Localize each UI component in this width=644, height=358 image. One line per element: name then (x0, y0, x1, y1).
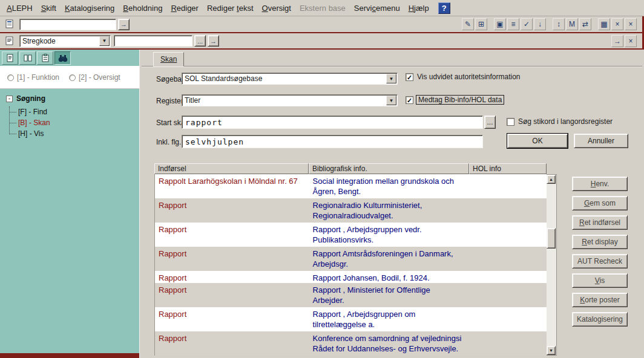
column-header-bibliografisk-info[interactable]: Bibliografisk info. (309, 163, 469, 174)
chevron-down-icon[interactable]: ▼ (386, 74, 396, 83)
binoculars-icon (58, 53, 68, 63)
column-header-indf-rsel[interactable]: Indførsel (154, 163, 309, 174)
tree-item-b-skan[interactable]: [B] - Skan (9, 117, 130, 128)
inkl-input[interactable] (182, 135, 483, 148)
entry-cell: Rappolt Lararhögskolan i Mölndal nr. 67 (155, 174, 309, 198)
record-toolbar: → ✎⊞▣≡✓↓↕M⇄▦×× (0, 16, 644, 33)
action-buttons: Henv.Gem somRet indførselRet displayAUT … (572, 50, 628, 358)
open-record-icon[interactable]: ✎ (462, 18, 474, 30)
menu-item-beholdning[interactable]: Beholdning (119, 1, 166, 15)
exit-icon[interactable]: × (625, 35, 637, 47)
sidebar-tab-items[interactable] (37, 51, 53, 65)
register-select[interactable]: Titler ▼ (182, 94, 398, 106)
aleph-catalog-window: ALEPHSkiftKatalogiseringBeholdningRedige… (0, 0, 644, 358)
tab-skan-label: Skan (160, 55, 177, 63)
start-skan-more-button[interactable]: ... (484, 116, 496, 129)
chevron-down-icon[interactable]: ▼ (99, 36, 110, 46)
checkbox-medtag-label: Medtag Bib-info/HOL data (416, 95, 504, 105)
action-button-henv[interactable]: Henv. (572, 177, 628, 191)
action-button-ret-indf-rsel[interactable]: Ret indførsel (572, 215, 628, 230)
hol-info-cell (469, 247, 547, 271)
sidebar-tab-search[interactable] (54, 51, 71, 65)
menu-item-hj-lp[interactable]: Hjælp (404, 1, 433, 15)
bib-info-cell: Rapport Amtsrådsforeningen i Danmark,Arb… (309, 247, 470, 271)
derive-record-icon[interactable]: ⇄ (579, 18, 591, 30)
barcode-input[interactable] (114, 35, 192, 47)
menu-item-servicemenu[interactable]: Servicemenu (350, 1, 404, 15)
tree-item-h-vis[interactable]: [H] - Vis (9, 128, 130, 139)
radio-funktion-label: [1] - Funktion (17, 73, 59, 82)
record-templates-icon[interactable]: ⊞ (475, 18, 487, 30)
clipboard-icon (41, 54, 50, 62)
hol-info-cell (469, 198, 547, 223)
menu-item-aleph[interactable]: ALEPH (2, 1, 37, 15)
menu-item-oversigt[interactable]: Oversigt (258, 1, 295, 15)
checkbox-medtag[interactable]: ✓ Medtag Bib-info/HOL data (406, 95, 504, 105)
delete-record-icon[interactable]: × (625, 18, 637, 30)
table-row[interactable]: RapportRapport , Arbejdsgruppen omtilret… (155, 307, 547, 331)
action-button-korte-poster[interactable]: Korte poster (572, 293, 628, 307)
tree-root-label: Søgning (16, 94, 45, 103)
duplicate-record-icon[interactable]: ▣ (494, 18, 506, 30)
sidebar-tab-cataloging[interactable] (19, 51, 36, 65)
tree-collapse-icon[interactable]: - (6, 96, 13, 102)
table-row[interactable]: RapportRegionalradio Kulturministeriet,R… (155, 198, 547, 223)
help-button[interactable]: ? (438, 2, 450, 14)
action-button-katalogisering[interactable]: Katalogisering (572, 312, 628, 327)
table-scrollbar[interactable]: ▲ ▼ (547, 174, 557, 356)
tree-root[interactable]: - Søgning (6, 94, 45, 103)
checkbox-vis-udvidet[interactable]: ✓ Vis udvidet autoritetsinformation (406, 73, 521, 81)
scroll-up-icon[interactable]: ▲ (547, 175, 556, 184)
action-button-gem-som[interactable]: Gem som (572, 196, 628, 210)
table-row[interactable]: RapportRapport , Arbejdsgruppen vedr.Pub… (155, 223, 547, 247)
table-row[interactable]: RapportRapport Amtsrådsforeningen i Danm… (155, 247, 547, 271)
menu-item-rediger[interactable]: Rediger (166, 1, 203, 15)
sort-fields-icon[interactable]: ↕ (553, 18, 565, 30)
sogebase-select[interactable]: SOL Standardsøgebase ▼ (182, 73, 398, 85)
sidebar-bottom-accent (0, 353, 139, 358)
save-on-server-icon[interactable]: ↓ (534, 18, 546, 30)
main-panel: Skan Søgebase: SOL Standardsøgebase ▼ ✓ … (140, 50, 644, 358)
fix-record-icon[interactable]: M (566, 18, 578, 30)
table-row[interactable]: RapportKonference om samordning af vejle… (155, 331, 547, 356)
menu-item-ekstern-base: Ekstern base (295, 1, 350, 15)
record-list-icon[interactable]: ≡ (507, 18, 519, 30)
scan-bar-icon[interactable] (4, 35, 16, 47)
action-button-vis[interactable]: Vis (572, 273, 628, 288)
menu-item-katalogisering[interactable]: Katalogisering (61, 1, 119, 15)
tab-skan[interactable]: Skan (153, 52, 184, 67)
register-label: Register: (156, 97, 185, 105)
record-search-input[interactable] (19, 19, 116, 30)
table-row[interactable]: Rappolt Lararhögskolan i Mölndal nr. 67S… (155, 174, 547, 198)
menu-item-rediger-tekst[interactable]: Rediger tekst (203, 1, 258, 15)
sidebar-tab-records[interactable] (2, 51, 18, 65)
scroll-thumb[interactable] (547, 228, 556, 249)
column-header-hol-info[interactable]: HOL info (469, 163, 547, 174)
action-button-aut-recheck[interactable]: AUT Recheck (572, 254, 628, 268)
inkl-label: Inkl. flg.: (156, 138, 183, 146)
tree-item-f-find[interactable]: [F] - Find (9, 106, 130, 117)
record-forms-icon[interactable]: ▦ (598, 18, 610, 30)
radio-oversigt-label: [2] - Oversigt (79, 73, 120, 82)
entry-cell: Rapport (155, 223, 309, 247)
entry-cell: Rapport (155, 283, 309, 307)
menu-item-skift[interactable]: Skift (37, 1, 61, 15)
checkbox-box (507, 118, 514, 126)
close-all-records-icon[interactable]: → (611, 35, 623, 47)
check-record-icon[interactable]: ✓ (521, 18, 533, 30)
chevron-down-icon[interactable]: ▼ (386, 96, 396, 105)
find-bar-icon[interactable] (4, 18, 16, 30)
close-record-icon[interactable]: × (611, 18, 623, 30)
entry-cell: Rapport (155, 198, 309, 223)
action-button-ret-display[interactable]: Ret display (572, 235, 628, 249)
start-skan-input[interactable] (182, 116, 483, 129)
table-row[interactable]: RapportRapport , Ministeriet for Offentl… (155, 283, 547, 307)
table-row[interactable]: RapportRapport Johansen, Bodil, f. 1924. (155, 271, 547, 283)
barcode-type-select[interactable]: Stregkode ▼ (19, 35, 111, 47)
bib-info-cell: Rapport , Arbejdsgruppen omtilrettelægge… (309, 307, 470, 331)
ok-button[interactable]: OK (507, 134, 568, 148)
barcode-more-button[interactable]: ... (194, 35, 206, 47)
barcode-go-button[interactable]: → (208, 35, 219, 47)
scroll-down-icon[interactable]: ▼ (547, 346, 556, 355)
record-search-go-button[interactable]: → (118, 19, 130, 30)
